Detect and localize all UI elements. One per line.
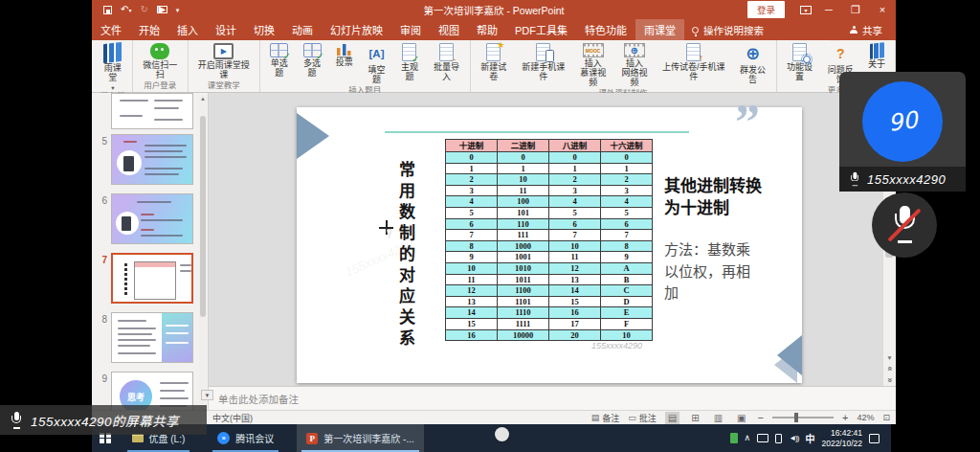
floating-assistant-dot[interactable]	[495, 427, 509, 441]
new-mobile-courseware-button[interactable]: 新建手机课件	[515, 41, 572, 82]
mute-microphone-button[interactable]	[872, 192, 937, 258]
taskbar-app-powerpoint[interactable]: P第一次培训李嘉欣 -...	[297, 424, 423, 452]
rain-classroom-button[interactable]: 雨课堂▾	[97, 41, 129, 91]
table-cell: 6	[601, 218, 653, 230]
tl	[118, 320, 146, 322]
vote-button[interactable]: 投票	[329, 41, 360, 68]
slide-editor[interactable]: 常用数制的对应关系 十进制二进制八进制十六进制00001111210223113…	[297, 107, 802, 383]
tab-special-features[interactable]: 特色功能	[576, 19, 635, 40]
next-slide-icon[interactable]: »	[883, 377, 895, 382]
tab-slideshow[interactable]: 幻灯片放映	[322, 19, 391, 40]
wechat-scan-button[interactable]: 微信扫一扫	[136, 41, 185, 80]
tab-help[interactable]: 帮助	[468, 19, 506, 40]
insert-mooc-video-button[interactable]: 插入 慕课视频	[572, 41, 612, 88]
rain-classroom-icon	[103, 42, 122, 63]
tab-home[interactable]: 开始	[130, 19, 168, 40]
batch-import-button[interactable]: 批量导入	[427, 41, 467, 82]
function-settings-button[interactable]: 功能设置	[780, 41, 820, 82]
restore-button[interactable]: ❐	[842, 0, 869, 19]
clock[interactable]: 16:42:41 2022/10/22	[821, 428, 862, 447]
login-button[interactable]: 登录	[747, 1, 785, 18]
ribbon-display-options-icon[interactable]: ▾	[800, 6, 812, 14]
notes-toggle[interactable]: ▤ 备注	[591, 412, 620, 424]
tab-rain-classroom[interactable]: 雨课堂	[635, 19, 684, 40]
minimize-button[interactable]: ─	[815, 0, 842, 19]
ime-indicator[interactable]: 中	[805, 431, 814, 445]
number-system-table[interactable]: 十进制二进制八进制十六进制000011112102231133410044510…	[445, 139, 653, 341]
usb-status-icon[interactable]	[730, 433, 738, 443]
language-indicator[interactable]: 中文(中国)	[212, 412, 253, 424]
zoom-level[interactable]: 42%	[857, 413, 874, 422]
fit-to-window-icon[interactable]: ⊡	[882, 413, 890, 422]
quote-mark: ”	[735, 94, 760, 150]
mini-table	[134, 261, 176, 300]
new-paper-button[interactable]: 新建试卷	[474, 41, 514, 82]
tab-pdf-tools[interactable]: PDF工具集	[506, 19, 576, 40]
multi-choice-button[interactable]: 多选题	[296, 41, 327, 79]
slide-sorter-view-button[interactable]: ⊞	[688, 412, 702, 424]
normal-view-button[interactable]: ▤	[665, 412, 679, 424]
tray-expand-icon[interactable]: ∧	[745, 434, 751, 442]
slideshow-view-button[interactable]: ▣	[734, 412, 748, 424]
undo-icon[interactable]: ↶▾	[121, 5, 131, 14]
thumbnail-scrollbar[interactable]: ▲	[199, 95, 207, 408]
slide-thumbnail-9[interactable]: 思考	[111, 372, 193, 410]
volume-icon[interactable]: ◄))	[789, 434, 798, 442]
save-icon[interactable]	[103, 6, 112, 14]
tray-date: 2022/10/22	[821, 439, 862, 448]
about-button[interactable]: 关于	[861, 41, 892, 70]
tab-design[interactable]: 设计	[207, 19, 245, 40]
multi-choice-label: 多选题	[300, 59, 323, 79]
statusbar-right: ▤ 备注 ▭ 批注 ▤ ⊞ ▥ ▣ − + 42% ⊡	[591, 412, 890, 424]
slide-body-text[interactable]: 方法：基数乘以位权，再相加	[664, 239, 760, 305]
zoom-out-button[interactable]: −	[758, 413, 764, 423]
comments-toggle[interactable]: ▭ 批注	[628, 412, 657, 424]
tl	[145, 156, 187, 158]
notes-pane[interactable]: ▼ 单击此处添加备注	[209, 386, 896, 410]
start-slideshow-icon[interactable]: ▶	[157, 6, 167, 13]
insert-web-video-button[interactable]: 插入 网络视频	[614, 41, 655, 88]
slide-thumbnail-7[interactable]	[111, 253, 193, 304]
upload-paper-courseware-icon	[686, 43, 701, 61]
close-button[interactable]: ×	[869, 0, 896, 19]
tab-animations[interactable]: 动画	[283, 19, 322, 40]
notification-center-icon[interactable]	[869, 434, 880, 443]
zoom-in-button[interactable]: +	[842, 413, 848, 423]
tab-view[interactable]: 视图	[430, 19, 468, 40]
zoom-slider[interactable]	[772, 417, 834, 418]
share-button[interactable]: 共享	[850, 23, 882, 37]
tab-review[interactable]: 审阅	[391, 19, 430, 40]
scrollbar-thumb[interactable]	[200, 116, 206, 317]
notes-placeholder[interactable]: 单击此处添加备注	[209, 392, 299, 406]
previous-slide-icon[interactable]: «	[883, 366, 895, 371]
upload-paper-courseware-button[interactable]: 上传试卷/手机课件	[656, 41, 731, 82]
slide-thumbnail-partial[interactable]	[111, 93, 193, 129]
slide-thumbnail-6[interactable]	[111, 193, 193, 244]
scroll-down-icon[interactable]: ▼	[886, 352, 892, 363]
tab-file[interactable]: 文件	[92, 19, 130, 40]
table-cell: 1010	[498, 262, 549, 274]
tab-insert[interactable]: 插入	[168, 19, 207, 40]
share-banner-text: 155xxxx4290的屏幕共享	[31, 411, 179, 430]
zoom-slider-thumb[interactable]	[794, 413, 798, 422]
scroll-up-icon[interactable]: ▲	[199, 95, 207, 103]
display-icon[interactable]	[757, 434, 768, 442]
collapse-notes-icon[interactable]: ▼	[201, 390, 213, 400]
slide-thumbnail-8[interactable]	[111, 312, 193, 363]
tab-transitions[interactable]: 切换	[245, 19, 283, 40]
customize-qat-icon[interactable]: ▾	[176, 7, 180, 13]
reading-view-button[interactable]: ▥	[711, 412, 725, 424]
tell-me-search[interactable]: 操作说明搜索	[692, 23, 764, 37]
group-announcement-button[interactable]: 群发公告	[732, 41, 772, 85]
ritems: 新建试卷新建手机课件插入 慕课视频插入 网络视频上传试卷/手机课件群发公告	[474, 41, 773, 88]
slide-thumbnail-5[interactable]	[111, 134, 193, 185]
taskbar-app-tencent-meeting[interactable]: »腾讯会议	[208, 424, 283, 452]
redo-icon[interactable]: ↻	[140, 5, 147, 14]
move-cursor-icon	[379, 220, 394, 236]
single-choice-button[interactable]: 单选题	[263, 41, 295, 79]
start-rain-class-button[interactable]: 开启雨课堂授课	[191, 41, 256, 80]
subjective-button[interactable]: 主观题	[393, 41, 425, 82]
usb-device-icon[interactable]	[775, 434, 782, 443]
slide-heading[interactable]: 其他进制转换为十进制	[664, 176, 768, 220]
fill-blank-button[interactable]: 填空题	[361, 41, 392, 85]
